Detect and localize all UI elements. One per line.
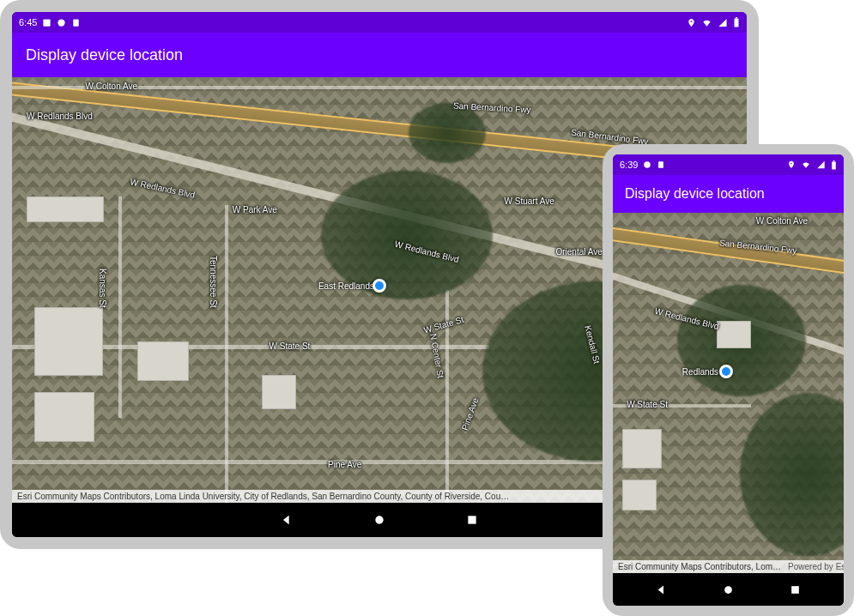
notif-icon-3 — [71, 18, 81, 27]
attribution-text: Esri Community Maps Contributors, Loma L… — [17, 492, 509, 501]
nav-home-button[interactable] — [721, 582, 736, 597]
nav-back-button[interactable] — [654, 582, 669, 597]
svg-rect-8 — [659, 161, 664, 168]
phone-screen: 6:39 Display device location W Colton Av… — [613, 154, 844, 606]
map-attribution: Esri Community Maps Contributors, Lom… P… — [613, 560, 844, 573]
battery-icon — [831, 160, 837, 170]
svg-rect-3 — [735, 19, 739, 27]
svg-point-11 — [724, 586, 732, 594]
street-label: W State St — [423, 314, 465, 335]
location-label: East Redlands — [318, 281, 379, 291]
street-label: W Colton Ave — [756, 216, 808, 226]
status-time: 6:45 — [19, 17, 37, 27]
location-icon — [787, 160, 796, 169]
street-label: W Stuart Ave — [505, 196, 554, 206]
notif-icon-2 — [657, 160, 665, 169]
building — [622, 480, 657, 510]
svg-rect-2 — [74, 19, 79, 26]
app-bar: Display device location — [613, 175, 844, 213]
road-v — [225, 205, 228, 503]
building — [137, 341, 189, 381]
notif-icon — [42, 18, 51, 27]
street-label: W Park Ave — [233, 205, 277, 214]
road-h — [12, 86, 747, 89]
svg-point-5 — [375, 516, 383, 523]
app-title: Display device location — [625, 186, 765, 202]
svg-rect-0 — [44, 19, 51, 26]
signal-icon — [718, 18, 728, 27]
tablet-status-bar: 6:45 — [12, 12, 747, 33]
powered-by: Powered by Esri — [788, 562, 844, 571]
svg-rect-4 — [736, 17, 737, 19]
status-time: 6:39 — [620, 160, 638, 170]
svg-point-7 — [645, 161, 651, 168]
street-label: N Center St — [429, 333, 446, 378]
location-marker[interactable] — [719, 365, 733, 378]
app-title: Display device location — [26, 46, 183, 64]
nav-back-button[interactable] — [279, 512, 294, 528]
app-bar: Display device location — [12, 33, 747, 77]
svg-rect-12 — [791, 586, 799, 594]
location-marker[interactable] — [372, 279, 386, 293]
building — [622, 429, 662, 468]
nav-home-button[interactable] — [372, 512, 387, 528]
notif-icon — [643, 160, 651, 169]
building — [27, 196, 104, 222]
signal-icon — [816, 160, 826, 169]
freeway — [613, 226, 844, 278]
street-label: Kansas St — [98, 269, 107, 308]
phone-status-bar: 6:39 — [613, 154, 844, 175]
nav-recents-button[interactable] — [464, 512, 480, 528]
battery-icon — [733, 17, 740, 27]
location-label: Redlands — [682, 366, 724, 376]
svg-rect-10 — [833, 160, 835, 161]
attribution-text: Esri Community Maps Contributors, Lom… — [618, 562, 781, 571]
notif-icon-2 — [57, 18, 66, 27]
building — [34, 392, 94, 442]
street-label: Pine Ave — [459, 396, 480, 432]
street-label: W Redlands Blvd — [130, 177, 196, 200]
map-view[interactable]: W Colton Ave San Bernardino Fwy W Redlan… — [613, 213, 844, 573]
street-label: Tennessee St — [209, 256, 218, 308]
building — [262, 375, 296, 409]
wifi-icon — [701, 18, 712, 27]
nav-recents-button[interactable] — [788, 582, 803, 597]
svg-rect-6 — [468, 516, 475, 523]
vegetation — [740, 393, 844, 556]
phone-device-frame: 6:39 Display device location W Colton Av… — [603, 144, 854, 616]
svg-rect-9 — [832, 161, 836, 169]
location-icon — [687, 18, 696, 27]
building — [717, 321, 751, 348]
road-v — [118, 196, 122, 418]
road-v — [445, 290, 449, 503]
building — [34, 307, 103, 376]
vegetation — [409, 103, 486, 163]
nav-bar — [613, 573, 844, 606]
road-h — [613, 404, 751, 408]
wifi-icon — [801, 160, 811, 169]
svg-point-1 — [58, 19, 65, 26]
